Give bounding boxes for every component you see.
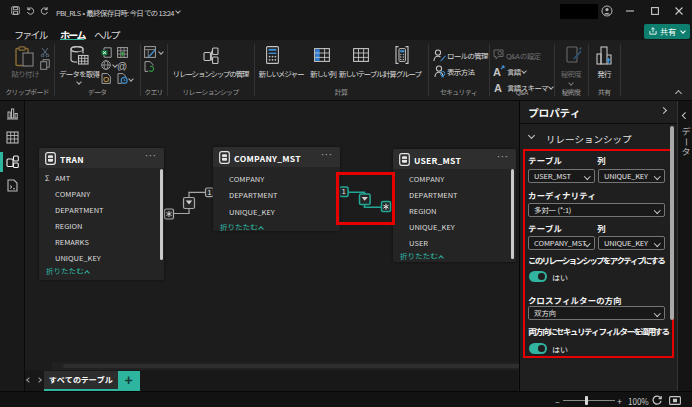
svg-text:1: 1: [208, 189, 212, 196]
svg-text:A: A: [493, 66, 501, 77]
svg-text:@: @: [117, 61, 127, 71]
